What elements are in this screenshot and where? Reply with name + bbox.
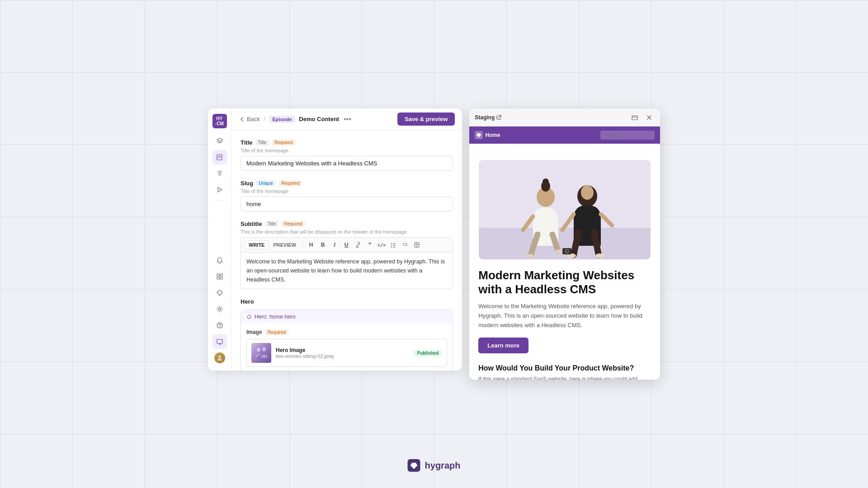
back-button[interactable]: Back [239, 116, 260, 122]
bold-btn[interactable]: B [317, 239, 328, 250]
preview-title: Modern Marketing Websites with a Headles… [478, 268, 651, 296]
subtitle-field-group: Subtitle Title Required This is the desc… [241, 221, 453, 289]
svg-rect-7 [220, 277, 222, 279]
hero-header: Hero: home-hero [241, 310, 453, 324]
staging-close-icon[interactable] [644, 112, 655, 123]
staging-expand-icon[interactable] [629, 112, 640, 123]
svg-marker-56 [410, 463, 418, 469]
avatar[interactable]: HY -CM [212, 114, 227, 128]
svg-point-54 [566, 250, 568, 253]
hygraph-logo-text: hygraph [425, 460, 461, 471]
preview-text-area: Modern Marketing Websites with a Headles… [469, 259, 660, 361]
underline-btn[interactable]: U [341, 239, 352, 250]
bottom-hygraph-logo: hygraph [408, 459, 461, 472]
sidebar-item-layers[interactable] [212, 134, 227, 148]
svg-point-51 [555, 249, 563, 253]
editor-main: Back / Episode Demo Content ••• Save & p… [231, 108, 462, 371]
sidebar-item-media[interactable] [212, 166, 227, 181]
svg-marker-8 [217, 290, 222, 296]
slug-label-row: Slug Unique Required [241, 180, 453, 187]
preview-hero-image [479, 160, 651, 259]
hygraph-logo-icon [408, 459, 420, 472]
svg-point-18 [391, 245, 392, 246]
svg-point-11 [219, 327, 220, 327]
user-avatar[interactable] [212, 351, 227, 365]
svg-point-15 [218, 356, 221, 358]
slug-field-hint: Title of the homepage [241, 188, 453, 194]
sidebar-item-play[interactable] [212, 183, 227, 197]
breadcrumb-sep: / [264, 116, 265, 122]
svg-point-50 [525, 254, 533, 258]
slug-input[interactable] [241, 197, 453, 211]
subtitle-field-hint: This is the description that will be dis… [241, 229, 453, 235]
subtitle-field-label: Subtitle [241, 221, 262, 227]
learn-more-button[interactable]: Learn more [478, 338, 528, 353]
preview-section-title: How Would You Build Your Product Website… [469, 361, 660, 375]
rich-editor: WRITE PREVIEW H B I U [241, 237, 453, 289]
staging-title: Staging [475, 114, 501, 121]
toolbar-sep-1 [302, 241, 303, 249]
image-published-badge: Published [413, 350, 442, 357]
title-label-row: Title Title Required [241, 139, 453, 146]
sidebar-item-edit[interactable] [212, 150, 227, 164]
preview-nav-logo: Home [475, 131, 500, 139]
preview-section-text: If this were a standard SaaS website, he… [469, 375, 660, 380]
image-label: Image [246, 329, 262, 335]
image-thumb [251, 343, 271, 363]
image-label-row: Image Required [246, 329, 447, 335]
screen-icon[interactable] [212, 334, 227, 349]
svg-rect-35 [632, 116, 637, 120]
link-btn[interactable] [353, 239, 363, 250]
help-icon[interactable] [212, 318, 227, 333]
subtitle-text[interactable]: Welcome to the Marketing Website referen… [241, 253, 453, 289]
staging-title-actions [629, 112, 655, 123]
svg-rect-12 [217, 339, 222, 343]
staging-titlebar: Staging [469, 108, 660, 127]
title-input[interactable] [241, 156, 453, 171]
gem-icon[interactable] [212, 286, 227, 300]
ul-btn[interactable] [388, 239, 399, 250]
rich-toolbar: WRITE PREVIEW H B I U [241, 238, 453, 253]
svg-point-9 [218, 308, 221, 310]
slug-field-label: Slug [241, 180, 253, 187]
hero-section: Hero Hero: home-hero Image [241, 298, 453, 371]
heading-btn[interactable]: H [306, 239, 316, 250]
slug-badge-required: Required [278, 180, 302, 186]
svg-rect-41 [479, 228, 651, 259]
title-badge-title: Title [255, 140, 269, 145]
bell-icon[interactable] [212, 253, 227, 267]
settings-icon[interactable] [212, 302, 227, 316]
svg-point-31 [262, 347, 266, 352]
staging-panel: Staging [469, 108, 660, 380]
svg-point-30 [257, 348, 260, 352]
code-btn[interactable]: </> [376, 239, 387, 250]
table-btn[interactable] [411, 239, 422, 250]
quote-btn[interactable]: " [364, 239, 375, 250]
italic-btn[interactable]: I [329, 239, 340, 250]
slug-badge-unique: Unique [256, 180, 276, 186]
episode-badge: Episode [269, 116, 296, 123]
write-tab[interactable]: WRITE [245, 240, 269, 249]
hero-block-label: Hero: home-hero [255, 314, 296, 320]
editor-topbar: Back / Episode Demo Content ••• Save & p… [231, 108, 462, 130]
ol-btn[interactable]: 1 2 [400, 239, 410, 250]
preview-content: Modern Marketing Websites with a Headles… [469, 144, 660, 380]
more-options-icon[interactable]: ••• [344, 115, 351, 123]
preview-tab[interactable]: PREVIEW [269, 241, 300, 249]
title-field-hint: Title of the homepage [241, 148, 453, 153]
title-badge-required: Required [272, 140, 296, 145]
hero-section-label: Hero [241, 298, 453, 305]
preview-search-input[interactable] [600, 131, 655, 140]
image-file: two-women-sitting-02.jpeg [276, 353, 409, 359]
title-field-group: Title Title Required Title of the homepa… [241, 139, 453, 171]
grid-icon[interactable] [212, 269, 227, 284]
app-container: HY -CM [208, 108, 660, 380]
subtitle-label-row: Subtitle Title Required [241, 221, 453, 227]
editor-content: Title Title Required Title of the homepa… [231, 130, 462, 371]
svg-line-34 [499, 116, 501, 118]
svg-marker-29 [247, 315, 251, 319]
svg-point-49 [542, 178, 549, 185]
image-thumb-inner [251, 343, 271, 363]
sidebar-divider [214, 201, 225, 201]
save-preview-button[interactable]: Save & preview [397, 113, 455, 126]
